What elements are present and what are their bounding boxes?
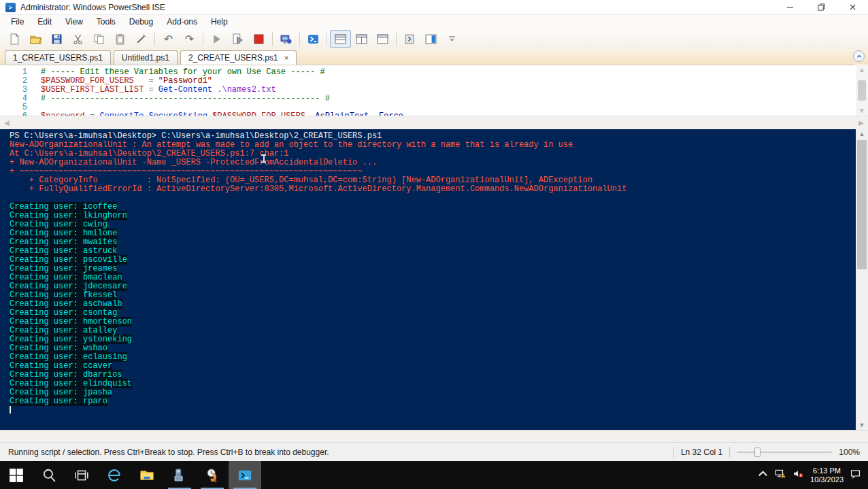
scrollbar-thumb[interactable] [857,140,867,269]
stop-operation-icon[interactable] [248,30,269,48]
console-user-line: Creating user: astruck [10,247,856,256]
powershell-button[interactable] [229,461,261,489]
collapse-script-pane-button[interactable] [853,50,865,62]
tab-label: 2_CREATE_USERS.ps1 [188,53,278,63]
taskbar-clock[interactable]: 6:13 PM 10/3/2023 [810,467,844,484]
console-user-line: Creating user: dbarrios [10,371,856,380]
menu-item-debug[interactable]: Debug [122,16,160,28]
minimize-button[interactable] [774,0,805,15]
script-pane-right-icon[interactable] [351,30,372,48]
console-user-line: Creating user: hmortenson [10,318,856,326]
scroll-up-icon[interactable]: ▲ [856,129,868,139]
script-editor-pane[interactable]: 1# ----- Edit these Variables for your o… [0,65,854,116]
undo-icon[interactable]: ↶ [158,30,179,48]
run-script-icon[interactable] [206,30,227,48]
zoom-level: 100% [839,448,860,457]
status-message: Running script / selection. Press Ctrl+B… [8,448,329,457]
editor-line: 4# -------------------------------------… [0,95,854,103]
script-pane-top-icon[interactable] [330,30,351,48]
console-user-line: Creating user: bmaclean [10,273,856,282]
save-icon[interactable] [46,30,67,48]
console-caret-line [10,406,856,415]
editor-horizontal-scrollbar[interactable]: ◀ ▶ [0,116,868,129]
tab-label: 1_CREATE_USERS.ps1 [13,53,103,63]
tab-close-icon[interactable]: × [284,54,288,62]
scroll-left-icon[interactable]: ◀ [4,120,10,127]
start-powershell-icon[interactable] [303,30,324,48]
file-explorer-button[interactable] [131,461,163,489]
tray-time: 6:13 PM [810,467,844,475]
paste-icon[interactable] [110,30,131,48]
close-button[interactable] [837,0,868,15]
menu-item-addons[interactable]: Add-ons [160,16,204,28]
start-button[interactable] [0,461,33,489]
restore-button[interactable] [805,0,837,15]
console-user-line: Creating user: mwaites [10,238,856,247]
zoom-slider-thumb[interactable] [754,448,761,457]
console-user-line: Creating user: atalley [10,326,856,335]
tray-date: 10/3/2023 [810,475,844,484]
internet-explorer-button[interactable] [98,461,131,489]
menu-item-edit[interactable]: Edit [31,16,59,28]
run-selection-icon[interactable] [227,30,248,48]
active-directory-button[interactable] [196,461,229,489]
menu-item-tools[interactable]: Tools [90,16,122,28]
console-bottom-strip [0,430,868,442]
console-blank-line [10,194,856,203]
tray-chevron-icon[interactable] [757,468,769,482]
script-pane-maximized-icon[interactable] [372,30,393,48]
scrollbar-thumb[interactable] [858,80,866,101]
system-tray: 6:13 PM 10/3/2023 [757,467,868,484]
console-user-line: Creating user: icoffee [10,203,856,212]
scroll-down-icon[interactable]: ▼ [858,107,865,114]
console-user-line: Creating user: wshao [10,344,856,353]
network-warning-icon[interactable] [775,468,786,482]
show-command-addon-icon[interactable] [420,30,441,48]
redo-icon[interactable]: ↷ [179,30,200,48]
console-user-line: Creating user: hmilone [10,229,856,238]
console-caret [10,406,11,414]
powershell-app-icon: > [5,3,16,12]
tab-2_create_users.ps1[interactable]: 2_CREATE_USERS.ps1× [180,50,297,65]
console-user-line: Creating user: aschwalb [10,300,856,309]
volume-muted-icon[interactable] [792,468,804,482]
tab-1_create_users.ps1[interactable]: 1_CREATE_USERS.ps1 [5,50,111,65]
console-user-line: Creating user: jdecesare [10,282,856,291]
console-user-line: Creating user: ccaver [10,362,856,371]
window-title: Administrator: Windows PowerShell ISE [20,3,165,12]
console-user-line: Creating user: jpasha [10,388,856,397]
editor-vertical-scrollbar[interactable]: ▲ ▼ [856,65,868,116]
new-remote-powershell-tab-icon[interactable] [276,30,297,48]
open-script-icon[interactable] [25,30,46,48]
console-pane[interactable]: PS C:\Users\a-imuhsal\Desktop> C:\Users\… [0,129,856,430]
title-bar: > Administrator: Windows PowerShell ISE [0,0,868,15]
scroll-up-icon[interactable]: ▲ [858,67,865,73]
menu-bar: FileEditViewToolsDebugAdd-onsHelp [0,15,868,29]
zoom-slider[interactable] [737,452,832,453]
server-manager-button[interactable] [163,461,196,489]
show-command-window-icon[interactable] [399,30,420,48]
action-center-icon[interactable] [850,468,861,482]
new-script-icon[interactable] [4,30,25,48]
tab-bar: 1_CREATE_USERS.ps1Untitled1.ps12_CREATE_… [0,49,868,65]
menu-item-file[interactable]: File [4,16,31,28]
toolbar-overflow-icon[interactable] [441,30,463,48]
console-user-line: Creating user: pscoville [10,256,856,265]
scroll-down-icon[interactable]: ▼ [856,420,868,430]
menu-item-help[interactable]: Help [204,16,235,28]
console-user-line: Creating user: elindquist [10,380,856,388]
search-button[interactable] [33,461,65,489]
cut-icon[interactable] [67,30,88,48]
code-text: # --------------------------------------… [41,95,330,103]
task-view-button[interactable] [65,461,98,489]
scroll-right-icon[interactable]: ▶ [858,120,864,127]
console-vertical-scrollbar[interactable]: ▲ ▼ [856,129,868,430]
menu-item-view[interactable]: View [59,16,90,28]
console-user-line: Creating user: cwing [10,220,856,229]
console-user-line: Creating user: lkinghorn [10,212,856,220]
copy-icon[interactable] [88,30,110,48]
console-user-line: Creating user: ystoneking [10,335,856,344]
tab-untitled1.ps1[interactable]: Untitled1.ps1 [114,50,178,65]
console-user-line: Creating user: csontag [10,309,856,318]
clear-console-pane-icon[interactable] [131,30,152,48]
